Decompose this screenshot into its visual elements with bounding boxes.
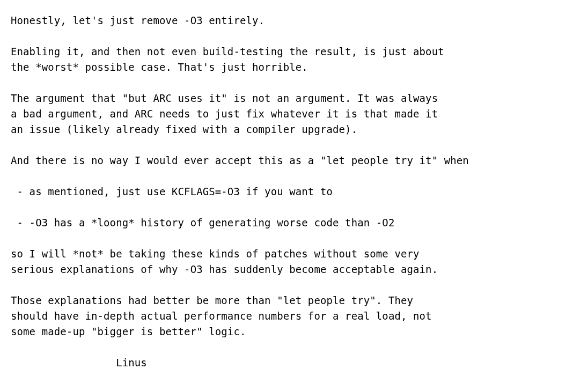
- email-body: Honestly, let's just remove -O3 entirely…: [0, 0, 588, 369]
